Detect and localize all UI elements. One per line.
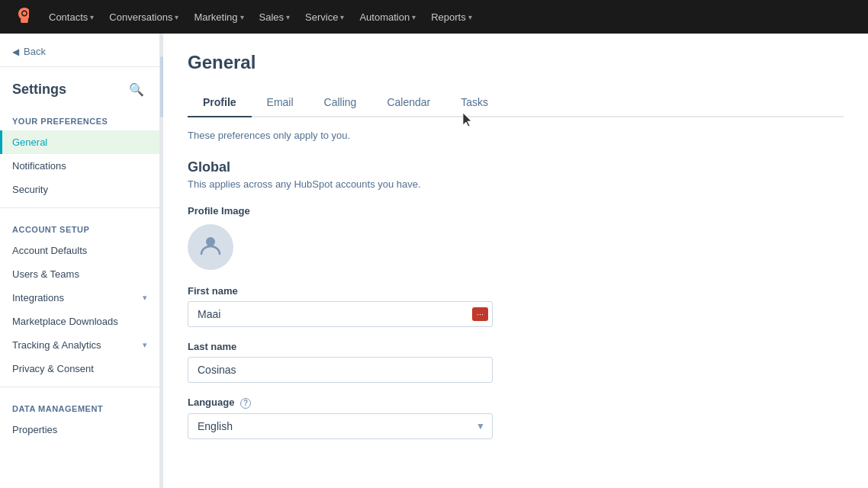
settings-search-icon[interactable]: 🔍 — [126, 79, 147, 100]
nav-chevron-icon: ▾ — [90, 13, 94, 21]
nav-item-label: Conversations — [109, 11, 172, 23]
sidebar-item-notifications[interactable]: Notifications — [0, 154, 159, 178]
scroll-divider — [160, 34, 163, 488]
sidebar: ◀ Back Settings 🔍 Your PreferencesGenera… — [0, 34, 160, 488]
nav-item-conversations[interactable]: Conversations▾ — [101, 7, 186, 27]
nav-item-contacts[interactable]: Contacts▾ — [41, 7, 101, 27]
nav-item-label: Service — [305, 11, 338, 23]
tab-profile[interactable]: Profile — [188, 88, 252, 117]
back-arrow-icon: ◀ — [12, 47, 19, 57]
back-button[interactable]: ◀ Back — [0, 34, 159, 67]
nav-chevron-icon: ▾ — [340, 13, 344, 21]
last-name-input[interactable] — [188, 357, 493, 383]
nav-chevron-icon: ▾ — [286, 13, 290, 21]
main-content: General ProfileEmailCallingCalendarTasks… — [163, 34, 868, 488]
sidebar-item-label: Account Defaults — [12, 245, 87, 256]
nav-item-label: Contacts — [49, 11, 88, 23]
sidebar-item-account-defaults[interactable]: Account Defaults — [0, 239, 159, 262]
sidebar-section-label: Your Preferences — [0, 106, 159, 130]
global-section-desc: This applies across any HubSpot accounts… — [188, 178, 844, 190]
nav-chevron-icon: ▾ — [468, 13, 472, 21]
back-label: Back — [24, 46, 46, 57]
sidebar-item-marketplace-downloads[interactable]: Marketplace Downloads — [0, 310, 159, 333]
page-title: General — [188, 52, 844, 73]
sidebar-divider — [0, 207, 159, 208]
sidebar-item-label: General — [12, 136, 47, 148]
last-name-input-wrapper — [188, 357, 493, 383]
tab-tasks[interactable]: Tasks — [445, 88, 503, 117]
sidebar-item-label: Marketplace Downloads — [12, 316, 118, 327]
sidebar-item-security[interactable]: Security — [0, 178, 159, 201]
sidebar-item-label: Tracking & Analytics — [12, 339, 101, 351]
sidebar-item-label: Notifications — [12, 160, 66, 172]
tab-email[interactable]: Email — [252, 88, 309, 117]
sidebar-item-label: Privacy & Consent — [12, 363, 94, 374]
settings-header: Settings 🔍 — [0, 67, 159, 106]
hubspot-logo — [12, 8, 29, 27]
sidebar-item-label: Security — [12, 184, 48, 195]
tab-description: These preferences only apply to you. — [188, 130, 844, 141]
nav-chevron-icon: ▾ — [412, 13, 416, 21]
sidebar-sections: Your PreferencesGeneralNotificationsSecu… — [0, 106, 159, 441]
tabs-container: ProfileEmailCallingCalendarTasks — [188, 88, 844, 117]
nav-item-label: Sales — [259, 11, 285, 23]
sidebar-item-tracking-and-analytics[interactable]: Tracking & Analytics▾ — [0, 333, 159, 357]
last-name-label: Last name — [188, 341, 493, 352]
language-select[interactable]: English Spanish French German Portuguese — [188, 413, 493, 439]
global-section-title: Global — [188, 159, 844, 175]
nav-chevron-icon: ▾ — [175, 13, 178, 21]
last-name-group: Last name — [188, 341, 493, 383]
scroll-thumb[interactable] — [160, 56, 163, 117]
first-name-action-button[interactable]: ··· — [472, 307, 488, 321]
expand-icon: ▾ — [143, 340, 147, 350]
language-group: Language ? English Spanish French German… — [188, 396, 493, 439]
tab-calling[interactable]: Calling — [309, 88, 372, 117]
sidebar-item-users-and-teams[interactable]: Users & Teams — [0, 262, 159, 286]
nav-item-automation[interactable]: Automation▾ — [352, 7, 423, 27]
sidebar-section-label: Account Setup — [0, 214, 159, 239]
sidebar-divider — [0, 387, 159, 387]
top-navigation: Contacts▾Conversations▾Marketing▾Sales▾S… — [0, 0, 868, 34]
svg-point-0 — [206, 237, 215, 246]
nav-item-label: Automation — [359, 11, 410, 23]
nav-item-reports[interactable]: Reports▾ — [423, 7, 480, 27]
nav-item-label: Reports — [431, 11, 466, 23]
nav-item-sales[interactable]: Sales▾ — [252, 7, 298, 27]
sidebar-item-label: Integrations — [12, 292, 64, 303]
language-help-icon[interactable]: ? — [240, 398, 251, 409]
sidebar-item-label: Users & Teams — [12, 268, 79, 280]
nav-chevron-icon: ▾ — [240, 13, 244, 21]
profile-avatar[interactable] — [188, 224, 233, 270]
profile-image-label: Profile Image — [188, 205, 493, 217]
expand-icon: ▾ — [143, 293, 147, 303]
nav-item-label: Marketing — [194, 11, 237, 23]
nav-item-marketing[interactable]: Marketing▾ — [186, 7, 251, 27]
settings-title: Settings — [12, 82, 66, 98]
avatar-icon — [198, 233, 223, 262]
first-name-group: First name ··· — [188, 285, 493, 327]
language-label: Language ? — [188, 396, 493, 409]
sidebar-item-general[interactable]: General — [0, 130, 159, 154]
sidebar-item-properties[interactable]: Properties — [0, 418, 159, 441]
nav-item-service[interactable]: Service▾ — [297, 7, 352, 27]
tab-calendar[interactable]: Calendar — [371, 88, 445, 117]
sidebar-item-privacy-and-consent[interactable]: Privacy & Consent — [0, 357, 159, 380]
language-select-wrapper: English Spanish French German Portuguese… — [188, 413, 493, 439]
sidebar-item-label: Properties — [12, 424, 57, 435]
sidebar-item-integrations[interactable]: Integrations▾ — [0, 286, 159, 310]
first-name-label: First name — [188, 285, 493, 297]
profile-image-group: Profile Image — [188, 205, 493, 270]
first-name-input[interactable] — [188, 301, 493, 327]
global-section: Global This applies across any HubSpot a… — [188, 159, 844, 439]
sidebar-section-label: Data Management — [0, 393, 159, 418]
first-name-input-wrapper: ··· — [188, 301, 493, 327]
nav-items: Contacts▾Conversations▾Marketing▾Sales▾S… — [41, 7, 480, 27]
